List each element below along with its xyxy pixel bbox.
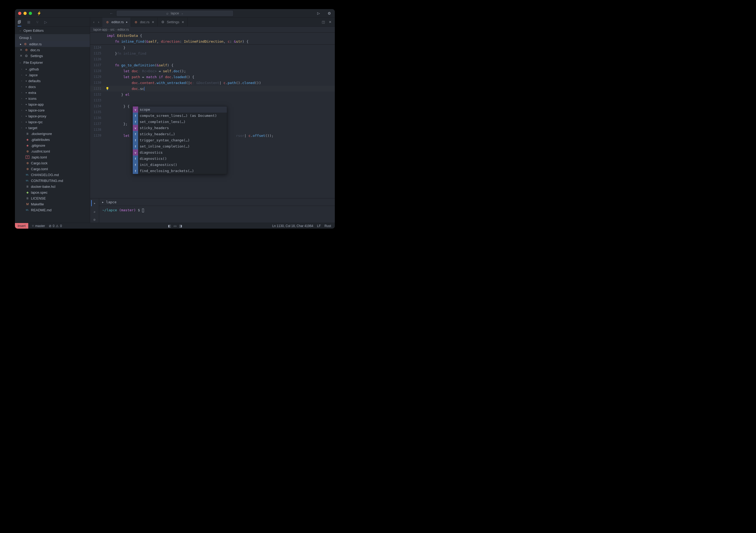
open-editor-item[interactable]: ✕⚙Settings bbox=[15, 53, 90, 59]
command-search-input[interactable]: ⌕ lapce ⌄ bbox=[116, 10, 233, 16]
code-line[interactable]: 1133 bbox=[90, 98, 335, 103]
close-icon[interactable]: ✕ bbox=[20, 54, 22, 58]
folder-item[interactable]: ›▪lapce-proxy bbox=[15, 113, 90, 119]
file-item[interactable]: M↓CONTRIBUTING.md bbox=[15, 178, 90, 183]
code-line[interactable]: 1124 } bbox=[90, 44, 335, 50]
close-icon[interactable]: ✕ bbox=[20, 48, 22, 52]
lightbulb-icon[interactable]: 💡 bbox=[106, 87, 109, 91]
code-line[interactable]: 1132 } el bbox=[90, 92, 335, 98]
minimize-window-button[interactable] bbox=[23, 12, 27, 15]
nav-back-button[interactable]: ← bbox=[110, 11, 113, 15]
close-icon[interactable]: ✕ bbox=[152, 20, 154, 24]
editor-tab[interactable]: ⚙Settings✕ bbox=[158, 17, 188, 27]
folder-item[interactable]: ›▪icons bbox=[15, 96, 90, 101]
split-editor-icon[interactable]: ◫ bbox=[322, 20, 325, 24]
open-editor-item[interactable]: ✕⊚doc.rs bbox=[15, 47, 90, 53]
file-item[interactable]: T.taplo.toml bbox=[15, 154, 90, 160]
file-item[interactable]: 🗎docker-bake.hcl bbox=[15, 183, 90, 189]
file-item[interactable]: M↓README.md bbox=[15, 207, 90, 213]
run-button[interactable]: ▷ bbox=[317, 11, 320, 15]
extensions-tab-icon[interactable]: ⊞ bbox=[27, 20, 30, 24]
autocomplete-item[interactable]: fset_completion_lens(…) bbox=[133, 119, 227, 125]
file-item[interactable]: M↓CHANGELOG.md bbox=[15, 172, 90, 178]
explorer-tab-icon[interactable]: 🗐 bbox=[17, 20, 21, 26]
folder-item[interactable]: ›▪extra bbox=[15, 90, 90, 96]
folder-item[interactable]: ›▪lapce-app bbox=[15, 101, 90, 107]
autocomplete-item[interactable]: vsticky_headers bbox=[133, 125, 227, 131]
file-item[interactable]: ◈.gitignore bbox=[15, 142, 90, 148]
code-editor[interactable]: impl EditorData { fn inline_find(&self, … bbox=[90, 33, 335, 223]
maximize-window-button[interactable] bbox=[29, 12, 32, 15]
terminal-panel-tab-icon[interactable]: ▸ bbox=[91, 200, 98, 206]
tab-prev-button[interactable]: ‹ bbox=[93, 20, 94, 24]
terminal-tab[interactable]: lapce bbox=[106, 200, 117, 204]
settings-gear-icon[interactable]: ⚙ bbox=[328, 11, 331, 15]
folder-item[interactable]: ›▪.github bbox=[15, 66, 90, 72]
breadcrumb-segment[interactable]: editor.rs bbox=[118, 28, 129, 32]
scm-tab-icon[interactable]: ⑂ bbox=[36, 20, 39, 24]
file-item[interactable]: ⊚.rustfmt.toml bbox=[15, 148, 90, 154]
autocomplete-item[interactable]: vdiagnostics bbox=[133, 149, 227, 155]
remote-icon[interactable]: ⚡ bbox=[37, 11, 42, 16]
folder-item[interactable]: ›▪lapce-core bbox=[15, 107, 90, 113]
line-number: 1131 bbox=[90, 87, 107, 91]
code-line[interactable]: 1130 doc.content.with_untracked(|c: &Doc… bbox=[90, 80, 335, 86]
file-item[interactable]: ◈.gitattributes bbox=[15, 137, 90, 142]
breadcrumb-segment[interactable]: lapce-app bbox=[93, 28, 107, 32]
editor-tab[interactable]: ⊚editor.rs● bbox=[102, 17, 131, 27]
status-cursor-position[interactable]: Ln 1130, Col 18, Char 41964 bbox=[272, 224, 313, 228]
file-item[interactable]: 🗎.dockerignore bbox=[15, 131, 90, 137]
code-line[interactable]: 1125 }fn inline_find bbox=[90, 50, 335, 56]
folder-item[interactable]: ›▪lapce-rpc bbox=[15, 119, 90, 125]
close-window-button[interactable] bbox=[18, 12, 21, 15]
code-line[interactable]: 1127 fn go_to_definition(&self) { bbox=[90, 62, 335, 68]
chevron-right-icon: › bbox=[21, 127, 24, 129]
autocomplete-item[interactable]: fsticky_headers(…) bbox=[133, 131, 227, 137]
close-editor-icon[interactable]: ✕ bbox=[329, 20, 332, 24]
completion-kind-icon: f bbox=[133, 137, 138, 143]
folder-item[interactable]: ›▪.lapce bbox=[15, 72, 90, 78]
tab-next-button[interactable]: › bbox=[98, 20, 99, 24]
folder-item[interactable]: ›▪docs bbox=[15, 84, 90, 90]
autocomplete-item[interactable]: ftrigger_syntax_change(…) bbox=[133, 137, 227, 143]
autocomplete-item[interactable]: ffind_enclosing_brackets(…) bbox=[133, 168, 227, 174]
open-editor-item[interactable]: ●⊚editor.rs bbox=[15, 41, 90, 47]
search-panel-tab-icon[interactable]: ⌕ bbox=[94, 210, 96, 214]
autocomplete-item[interactable]: fdiagnostics() bbox=[133, 155, 227, 162]
panel-toggle-right-icon[interactable]: ◨ bbox=[179, 224, 182, 228]
open-editors-header[interactable]: ⌄ Open Editors bbox=[15, 27, 90, 34]
completion-kind-icon: f bbox=[133, 162, 138, 168]
code-line[interactable]: 1131💡 doc.sc bbox=[90, 86, 335, 92]
code-line[interactable]: 1129 let path = match if doc.loaded() { bbox=[90, 74, 335, 80]
code-line[interactable]: 1128 let doc: Rc<Doc> = self.doc(); bbox=[90, 68, 335, 74]
folder-item[interactable]: ›▪defaults bbox=[15, 78, 90, 84]
rust-file-icon: ⊚ bbox=[26, 150, 29, 153]
problems-panel-tab-icon[interactable]: ⊘ bbox=[94, 218, 96, 222]
panel-toggle-left-icon[interactable]: ◧ bbox=[168, 224, 171, 228]
folder-item[interactable]: ›▪target bbox=[15, 125, 90, 131]
close-icon[interactable]: ✕ bbox=[181, 20, 184, 24]
git-file-icon: ◈ bbox=[26, 138, 29, 141]
file-explorer-header[interactable]: ⌄ File Explorer bbox=[15, 59, 90, 66]
status-diagnostics[interactable]: ⊘0 ⚠0 bbox=[49, 224, 62, 228]
file-item[interactable]: ⊚Cargo.lock bbox=[15, 160, 90, 166]
breadcrumb-segment[interactable]: src bbox=[110, 28, 115, 32]
completion-kind-icon: f bbox=[133, 131, 138, 137]
status-branch[interactable]: ⑂ master bbox=[32, 224, 45, 228]
terminal-content[interactable]: ~/lapce (master) $ bbox=[99, 206, 335, 214]
autocomplete-item[interactable]: fcompute_screen_lines(…) (as Document) bbox=[133, 113, 227, 119]
file-item[interactable]: ⊚Cargo.toml bbox=[15, 166, 90, 172]
breadcrumb[interactable]: lapce-app›src›editor.rs bbox=[90, 27, 335, 33]
autocomplete-item[interactable]: vscope bbox=[133, 106, 227, 113]
autocomplete-item[interactable]: fset_inline_completion(…) bbox=[133, 143, 227, 149]
autocomplete-item[interactable]: finit_diagnostics() bbox=[133, 162, 227, 168]
file-item[interactable]: 🗎LICENSE bbox=[15, 195, 90, 201]
status-eol[interactable]: LF bbox=[317, 224, 321, 228]
debug-tab-icon[interactable]: ▷ bbox=[44, 20, 47, 24]
code-line[interactable]: 1126 bbox=[90, 56, 335, 62]
file-item[interactable]: ◆lapce.spec bbox=[15, 189, 90, 195]
editor-tab[interactable]: ⊚doc.rs✕ bbox=[131, 17, 157, 27]
status-language[interactable]: Rust bbox=[324, 224, 331, 228]
panel-toggle-bottom-icon[interactable]: ▭ bbox=[174, 224, 176, 228]
file-item[interactable]: MMakefile bbox=[15, 201, 90, 207]
